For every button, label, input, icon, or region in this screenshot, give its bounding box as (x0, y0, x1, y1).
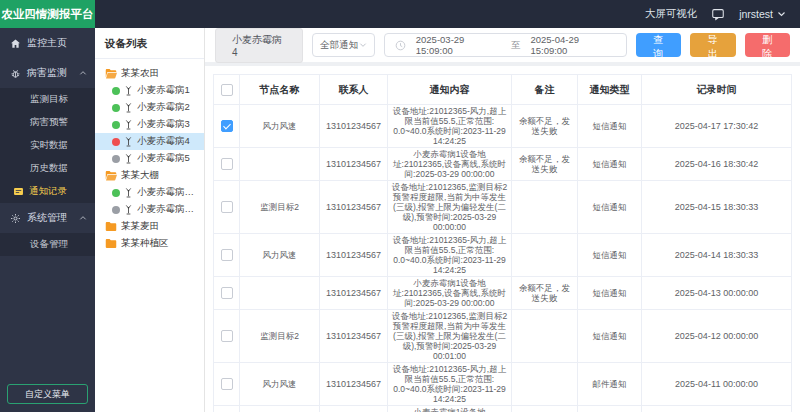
user-menu[interactable]: jnrstest (739, 8, 786, 20)
sidebar-item-label: 监控主页 (27, 36, 67, 50)
bug-icon (10, 68, 21, 79)
device-name: 小麦赤霉病5 (137, 152, 190, 165)
antenna-icon (124, 153, 133, 164)
cell-contact: 13101234567 (320, 234, 388, 277)
column-header: 节点名称 (240, 75, 320, 105)
sidebar-item-realtime-data[interactable]: 实时数据 (0, 134, 95, 157)
antenna-icon (124, 136, 133, 147)
sidebar-item-notification-record[interactable]: 通知记录 (0, 180, 95, 203)
big-screen-link[interactable]: 大屏可视化 (645, 7, 698, 21)
device-list-title: 设备列表 (95, 28, 204, 59)
tree-device-item[interactable]: 小麦赤霉病监... (95, 201, 204, 218)
cell-contact: 13101234567 (320, 181, 388, 234)
tree-group-label: 某某农田 (121, 67, 159, 80)
sidebar-item-system-manage[interactable]: 系统管理 (0, 203, 95, 233)
cell-remark (512, 363, 578, 406)
tree-device-item[interactable]: 小麦赤霉病3 (95, 116, 204, 133)
tree-group-greenhouse[interactable]: 某某大棚 (95, 167, 204, 184)
device-tree: 某某农田小麦赤霉病1小麦赤霉病2小麦赤霉病3小麦赤霉病4小麦赤霉病5某某大棚小麦… (95, 59, 204, 258)
cell-contact: 13101234567 (320, 277, 388, 310)
date-range-picker[interactable]: 2025-03-29 15:09:00 至 2025-04-29 15:09:0… (384, 33, 627, 57)
sidebar: 监控主页病害监测监测目标病害预警实时数据历史数据通知记录系统管理设备管理 自定义… (0, 28, 95, 412)
chevron-up-icon (79, 215, 87, 221)
chevron-up-icon (79, 70, 87, 76)
custom-menu-button[interactable]: 自定义菜单 (7, 384, 88, 404)
row-checkbox[interactable] (221, 287, 233, 299)
cell-content: 设备地址:21012365-风力,超上限当前值55.5,正常范围: 0.0~40… (388, 105, 512, 148)
tree-group-farm-field[interactable]: 某某农田 (95, 65, 204, 82)
cell-contact: 13101234567 (320, 105, 388, 148)
tree-group-wheat-field[interactable]: 某某麦田 (95, 218, 204, 235)
cell-content: 设备地址:21012365-风力,超上限当前值55.5,正常范围: 0.0~40… (388, 363, 512, 406)
sidebar-menu: 监控主页病害监测监测目标病害预警实时数据历史数据通知记录系统管理设备管理 (0, 28, 95, 256)
table-row: 风力风速13101234567设备地址:21012365-风力,超上限当前值55… (214, 234, 792, 277)
row-checkbox[interactable] (221, 378, 233, 390)
cell-node-name: 风力风速 (240, 105, 320, 148)
clock-icon (395, 40, 406, 51)
antenna-icon (124, 204, 133, 215)
cell-remark: 余额不足，发送失败 (512, 148, 578, 181)
device-name: 小麦赤霉病2 (137, 101, 190, 114)
column-header: 通知内容 (388, 75, 512, 105)
search-button[interactable]: 查询 (636, 33, 681, 57)
tree-group-planting-area[interactable]: 某某种植区 (95, 235, 204, 252)
cell-node-name (240, 148, 320, 181)
folder-icon (105, 221, 117, 232)
toolbar: 小麦赤霉病4 全部通知 2025-03-29 15:09:00 至 2025-0… (205, 28, 800, 62)
status-dot-green (112, 121, 120, 129)
antenna-icon (124, 187, 133, 198)
table-row: 13101234567小麦赤霉病1设备地址:21012365,设备离线,系统时间… (214, 406, 792, 412)
table-row: 风力风速13101234567设备地址:21012365-风力,超上限当前值55… (214, 105, 792, 148)
sidebar-item-label: 病害预警 (30, 116, 68, 129)
tree-device-item[interactable]: 小麦赤霉病2 (95, 99, 204, 116)
cell-node-name: 风力风速 (240, 234, 320, 277)
date-end[interactable]: 2025-04-29 15:09:00 (530, 34, 615, 56)
table-row: 13101234567小麦赤霉病1设备地址:21012365,设备离线,系统时间… (214, 148, 792, 181)
chevron-down-icon (777, 11, 786, 17)
sidebar-item-disease-monitor[interactable]: 病害监测 (0, 58, 95, 88)
notification-table: 节点名称联系人通知内容备注通知类型记录时间 风力风速13101234567设备地… (213, 74, 792, 412)
cell-record-time: 2025-04-13 00:00:00 (642, 277, 792, 310)
delete-button[interactable]: 删除 (745, 33, 790, 57)
sidebar-item-label: 监测目标 (30, 93, 68, 106)
antenna-icon (124, 102, 133, 113)
device-name: 小麦赤霉病监... (137, 203, 200, 216)
sidebar-item-monitor-home[interactable]: 监控主页 (0, 28, 95, 58)
date-start[interactable]: 2025-03-29 15:09:00 (416, 34, 501, 56)
select-all-checkbox[interactable] (221, 84, 233, 96)
sidebar-item-device-manage[interactable]: 设备管理 (0, 233, 95, 256)
cell-contact: 13101234567 (320, 406, 388, 412)
status-dot-red (112, 138, 120, 146)
sidebar-item-label: 设备管理 (30, 238, 68, 251)
cell-remark (512, 234, 578, 277)
row-checkbox[interactable] (221, 120, 233, 132)
cell-contact: 13101234567 (320, 310, 388, 363)
sidebar-item-history-data[interactable]: 历史数据 (0, 157, 95, 180)
status-dot-green (112, 104, 120, 112)
row-checkbox[interactable] (221, 158, 233, 170)
column-header: 通知类型 (578, 75, 642, 105)
row-checkbox[interactable] (221, 330, 233, 342)
cell-node-name: 风力风速 (240, 363, 320, 406)
export-button[interactable]: 导出 (690, 33, 735, 57)
cell-contact: 13101234567 (320, 363, 388, 406)
table-row: 风力风速13101234567设备地址:21012365-风力,超上限当前值55… (214, 363, 792, 406)
username: jnrstest (739, 8, 773, 20)
status-dot-green (112, 189, 120, 197)
tree-device-item[interactable]: 小麦赤霉病1 (95, 82, 204, 99)
row-checkbox[interactable] (221, 201, 233, 213)
device-name: 小麦赤霉病监... (137, 186, 200, 199)
cell-record-time: 2025-04-12 00:00:00 (642, 310, 792, 363)
sidebar-item-disease-warning[interactable]: 病害预警 (0, 111, 95, 134)
tree-device-item[interactable]: 小麦赤霉病监... (95, 184, 204, 201)
row-checkbox[interactable] (221, 249, 233, 261)
cell-remark: 余额不足，发送失败 (512, 406, 578, 412)
tree-device-item[interactable]: 小麦赤霉病4 (95, 133, 204, 150)
message-icon[interactable] (711, 7, 725, 21)
notify-type-select[interactable]: 全部通知 (312, 33, 375, 57)
cell-record-time: 2025-04-11 00:00:00 (642, 363, 792, 406)
sidebar-item-monitor-target[interactable]: 监测目标 (0, 88, 95, 111)
sidebar-item-label: 实时数据 (30, 139, 68, 152)
tree-device-item[interactable]: 小麦赤霉病5 (95, 150, 204, 167)
cell-record-time: 2025-04-17 17:30:42 (642, 105, 792, 148)
